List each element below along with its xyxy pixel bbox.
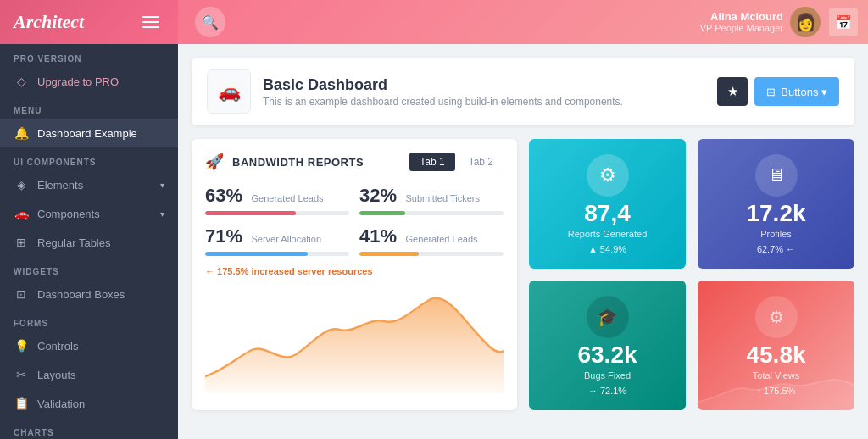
body-layout: PRO VERSION ◇ Upgrade to PRO MENU 🔔 Dash… xyxy=(0,44,868,439)
chevron-down-icon-2: ▾ xyxy=(160,209,164,219)
forms-label: FORMS xyxy=(0,308,178,331)
stat-value-bugs: 63.2k xyxy=(577,343,637,367)
stat-card-bugs: 🎓 63.2k Bugs Fixed → 72.1% xyxy=(529,281,686,410)
buttons-button[interactable]: ⊞ Buttons ▾ xyxy=(754,77,839,106)
sidebar-item-dashboard[interactable]: 🔔 Dashboard Example xyxy=(0,119,178,147)
stat-label-1: Generated Leads xyxy=(252,193,324,203)
rocket-icon: 🚀 xyxy=(205,153,224,171)
elements-icon: ◈ xyxy=(14,178,29,192)
dashboard-grid: 🚀 BANDWIDTH REPORTS Tab 1 Tab 2 63% Gene… xyxy=(192,139,854,410)
stat-card-reports: ⚙ 87,4 Reports Generated ▲ 54.9% xyxy=(529,139,686,269)
calendar-button[interactable]: 📅 xyxy=(829,8,858,36)
stat-footer-reports: ▲ 54.9% xyxy=(588,244,626,254)
stat-percent-1: 63% xyxy=(205,185,242,206)
progress-fill-4 xyxy=(359,252,419,256)
nav-left: Architect 🔍 xyxy=(0,0,225,44)
stat-value-reports: 87,4 xyxy=(584,202,631,225)
stat-percent-3: 71% xyxy=(205,225,242,247)
stat-icon-reports: ⚙ xyxy=(587,154,629,197)
sidebar-item-dashboard-boxes[interactable]: ⊡ Dashboard Boxes xyxy=(0,280,178,308)
progress-bar-2 xyxy=(359,211,504,215)
page-header-right: ★ ⊞ Buttons ▾ xyxy=(717,77,839,106)
diamond-icon: ◇ xyxy=(14,75,29,88)
progress-bar-1 xyxy=(205,211,349,215)
stats-row-1: 63% Generated Leads 32% Submitted Ticker… xyxy=(205,185,504,215)
table-icon: ⊞ xyxy=(14,236,29,249)
components-label: Components xyxy=(37,208,100,220)
components-icon: 🚗 xyxy=(14,207,29,220)
user-info: Alina Mclourd VP People Manager 👩 xyxy=(700,7,821,37)
upgrade-label: Upgrade to PRO xyxy=(37,75,119,88)
server-note-text: ← 175.5% increased server resources xyxy=(205,266,373,276)
stat-label-reports: Reports Generated xyxy=(568,229,648,239)
stat-item-4: 41% Generated Leads xyxy=(359,225,504,256)
validation-icon: 📋 xyxy=(14,397,29,410)
progress-bar-4 xyxy=(359,252,504,256)
chart-area xyxy=(205,283,504,397)
page-subtitle: This is an example dashboard created usi… xyxy=(263,96,623,108)
chevron-down-icon: ▾ xyxy=(160,181,164,190)
bandwidth-chart xyxy=(205,283,504,393)
nav-right: Alina Mclourd VP People Manager 👩 📅 xyxy=(700,7,858,37)
page-title: Basic Dashboard xyxy=(263,76,623,94)
gear-icon-views: ⚙ xyxy=(769,307,784,327)
sidebar-item-controls[interactable]: 💡 Controls xyxy=(0,331,178,360)
buttons-icon: ⊞ xyxy=(766,86,776,98)
layouts-label: Layouts xyxy=(37,369,76,381)
stat-item-1: 63% Generated Leads xyxy=(205,185,349,215)
graduation-icon: 🎓 xyxy=(597,307,618,327)
stat-label-2: Submitted Tickers xyxy=(406,193,480,203)
logo-area: Architect xyxy=(0,0,178,44)
progress-fill-1 xyxy=(205,211,296,215)
stats-row-2: 71% Server Allocation 41% Generated Lead… xyxy=(205,225,504,256)
progress-fill-3 xyxy=(205,252,308,256)
stat-label-3: Server Allocation xyxy=(252,234,322,244)
server-note: ← 175.5% increased server resources xyxy=(205,266,504,276)
stat-label-bugs: Bugs Fixed xyxy=(584,370,631,381)
stat-value-profiles: 17.2k xyxy=(746,202,805,225)
controls-icon: 💡 xyxy=(14,339,29,353)
regular-tables-label: Regular Tables xyxy=(37,236,110,249)
sidebar-item-regular-tables[interactable]: ⊞ Regular Tables xyxy=(0,228,178,257)
stat-percent-4: 41% xyxy=(359,225,397,247)
tab-1-button[interactable]: Tab 1 xyxy=(409,153,454,171)
page-icon-box: 🚗 xyxy=(207,69,251,114)
stat-card-profiles: 🖥 17.2k Profiles 62.7% ← xyxy=(698,139,854,269)
star-button[interactable]: ★ xyxy=(717,77,748,106)
menu-label: MENU xyxy=(0,96,178,119)
page-icon: 🚗 xyxy=(218,81,241,103)
bandwidth-card: 🚀 BANDWIDTH REPORTS Tab 1 Tab 2 63% Gene… xyxy=(192,139,517,410)
validation-label: Validation xyxy=(37,397,85,410)
stat-icon-bugs: 🎓 xyxy=(587,296,629,338)
bandwidth-header: 🚀 BANDWIDTH REPORTS Tab 1 Tab 2 xyxy=(205,153,504,171)
dashboard-label: Dashboard Example xyxy=(37,127,137,140)
user-name: Alina Mclourd xyxy=(700,10,783,24)
charts-label: CHARTS xyxy=(0,418,178,439)
sidebar-item-components[interactable]: 🚗 Components ▾ xyxy=(0,199,178,228)
avatar: 👩 xyxy=(790,7,821,37)
bandwidth-title-row: 🚀 BANDWIDTH REPORTS xyxy=(205,153,364,171)
buttons-label: Buttons ▾ xyxy=(781,86,827,98)
page-title-group: Basic Dashboard This is an example dashb… xyxy=(263,76,623,108)
tab-2-button[interactable]: Tab 2 xyxy=(459,153,504,171)
logo: Architect xyxy=(14,11,84,33)
tab-group: Tab 1 Tab 2 xyxy=(409,153,504,171)
sidebar-item-upgrade[interactable]: ◇ Upgrade to PRO xyxy=(0,67,178,96)
sidebar-item-elements[interactable]: ◈ Elements ▾ xyxy=(0,170,178,199)
page-header-left: 🚗 Basic Dashboard This is an example das… xyxy=(207,69,623,114)
stat-icon-views: ⚙ xyxy=(755,296,798,338)
stat-item-2: 32% Submitted Tickers xyxy=(359,185,504,215)
elements-label: Elements xyxy=(37,179,83,192)
stat-card-views: ⚙ 45.8k Total Views ↑ 175.5% xyxy=(698,281,854,410)
stat-footer-bugs: → 72.1% xyxy=(588,386,626,396)
search-button[interactable]: 🔍 xyxy=(195,7,225,37)
stat-label-4: Generated Leads xyxy=(406,234,478,244)
stat-icon-profiles: 🖥 xyxy=(755,154,798,197)
hamburger-button[interactable] xyxy=(137,11,164,33)
sidebar-item-layouts[interactable]: ✂ Layouts xyxy=(0,360,178,389)
sidebar-item-validation[interactable]: 📋 Validation xyxy=(0,389,178,418)
sidebar: PRO VERSION ◇ Upgrade to PRO MENU 🔔 Dash… xyxy=(0,44,178,439)
stat-percent-2: 32% xyxy=(359,185,397,206)
widgets-label: WIDGETS xyxy=(0,257,178,280)
stat-footer-profiles: 62.7% ← xyxy=(757,244,795,254)
